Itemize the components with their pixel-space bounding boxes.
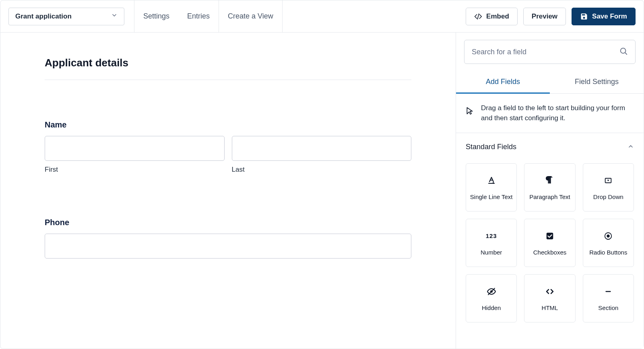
field-tile-single-line-text[interactable]: Single Line Text bbox=[466, 163, 517, 211]
tile-label: Drop Down bbox=[593, 193, 623, 200]
svg-rect-7 bbox=[549, 177, 549, 184]
field-tile-html[interactable]: HTML bbox=[524, 274, 575, 322]
embed-button[interactable]: Embed bbox=[466, 8, 518, 25]
tile-label: Section bbox=[598, 304, 618, 311]
dropdown-icon bbox=[603, 175, 614, 186]
top-bar: Grant application Settings Entries Creat… bbox=[0, 0, 644, 33]
hint-text: Drag a field to the left to start buildi… bbox=[481, 103, 634, 123]
field-tile-paragraph-text[interactable]: Paragraph Text bbox=[524, 163, 575, 211]
last-name-sublabel: Last bbox=[232, 166, 412, 174]
field-tile-drop-down[interactable]: Drop Down bbox=[583, 163, 634, 211]
tile-label: Radio Buttons bbox=[589, 249, 627, 256]
tile-label: Hidden bbox=[482, 304, 501, 311]
field-tiles: Single Line Text Paragraph Text Drop Dow… bbox=[456, 154, 644, 322]
field-tile-hidden[interactable]: Hidden bbox=[466, 274, 517, 322]
paragraph-icon bbox=[544, 175, 555, 186]
app-window: Grant application Settings Entries Creat… bbox=[0, 0, 644, 349]
preview-label: Preview bbox=[532, 12, 557, 21]
field-tile-checkboxes[interactable]: Checkboxes bbox=[524, 219, 575, 267]
form-section-title: Applicant details bbox=[45, 57, 411, 80]
phone-label: Phone bbox=[45, 218, 411, 227]
svg-point-12 bbox=[607, 234, 610, 237]
name-label: Name bbox=[45, 120, 411, 129]
field-tile-number[interactable]: 123 Number bbox=[466, 219, 517, 267]
svg-line-0 bbox=[477, 14, 479, 19]
sidebar-hint: Drag a field to the left to start buildi… bbox=[456, 94, 644, 133]
search-icon bbox=[619, 47, 628, 57]
sidebar-tabs: Add Fields Field Settings bbox=[456, 71, 644, 94]
form-title: Grant application bbox=[15, 12, 72, 21]
chevron-up-icon bbox=[627, 143, 634, 151]
tile-label: Number bbox=[481, 249, 502, 256]
top-nav: Settings Entries Create a View bbox=[134, 0, 283, 32]
nav-entries[interactable]: Entries bbox=[178, 0, 219, 32]
number-icon: 123 bbox=[486, 230, 497, 242]
nav-create-view[interactable]: Create a View bbox=[219, 0, 282, 32]
form-canvas[interactable]: Applicant details Name First Last Phone bbox=[0, 33, 456, 349]
save-label: Save Form bbox=[592, 12, 627, 21]
first-name-sublabel: First bbox=[45, 166, 225, 174]
first-name-input[interactable] bbox=[45, 136, 225, 161]
embed-label: Embed bbox=[486, 12, 509, 21]
field-search-box[interactable] bbox=[464, 40, 636, 64]
text-icon bbox=[486, 175, 497, 186]
form-switcher-dropdown[interactable]: Grant application bbox=[8, 8, 124, 25]
checkbox-icon bbox=[544, 230, 555, 242]
svg-marker-9 bbox=[607, 180, 610, 181]
name-field: Name First Last bbox=[45, 120, 411, 174]
main-area: Applicant details Name First Last Phone bbox=[0, 33, 644, 349]
svg-rect-6 bbox=[550, 177, 551, 184]
code-icon bbox=[544, 286, 555, 297]
svg-line-2 bbox=[625, 53, 627, 54]
tab-field-settings[interactable]: Field Settings bbox=[550, 71, 644, 93]
right-sidebar: Add Fields Field Settings Drag a field t… bbox=[456, 33, 644, 349]
field-search-input[interactable] bbox=[472, 48, 614, 56]
svg-rect-10 bbox=[547, 233, 553, 240]
tile-label: Single Line Text bbox=[470, 193, 513, 200]
phone-field: Phone bbox=[45, 218, 411, 259]
section-title: Standard Fields bbox=[466, 143, 516, 151]
standard-fields-header[interactable]: Standard Fields bbox=[456, 133, 644, 154]
radio-icon bbox=[603, 230, 614, 242]
field-tile-section[interactable]: Section bbox=[583, 274, 634, 322]
field-tile-radio-buttons[interactable]: Radio Buttons bbox=[583, 219, 634, 267]
minus-icon bbox=[603, 286, 614, 297]
top-bar-actions: Embed Preview Save Form bbox=[466, 8, 636, 25]
nav-settings[interactable]: Settings bbox=[134, 0, 178, 32]
phone-input[interactable] bbox=[45, 234, 411, 259]
code-icon bbox=[474, 12, 482, 21]
tile-label: Checkboxes bbox=[533, 249, 567, 256]
save-form-button[interactable]: Save Form bbox=[572, 8, 636, 25]
chevron-down-icon bbox=[111, 12, 118, 21]
divider bbox=[282, 0, 283, 33]
preview-button[interactable]: Preview bbox=[523, 8, 566, 25]
cursor-icon bbox=[466, 103, 474, 123]
tile-label: HTML bbox=[542, 304, 558, 311]
save-icon bbox=[580, 12, 588, 21]
tab-add-fields[interactable]: Add Fields bbox=[456, 71, 550, 93]
tile-label: Paragraph Text bbox=[529, 193, 570, 200]
last-name-input[interactable] bbox=[232, 136, 412, 161]
hidden-icon bbox=[486, 286, 497, 297]
